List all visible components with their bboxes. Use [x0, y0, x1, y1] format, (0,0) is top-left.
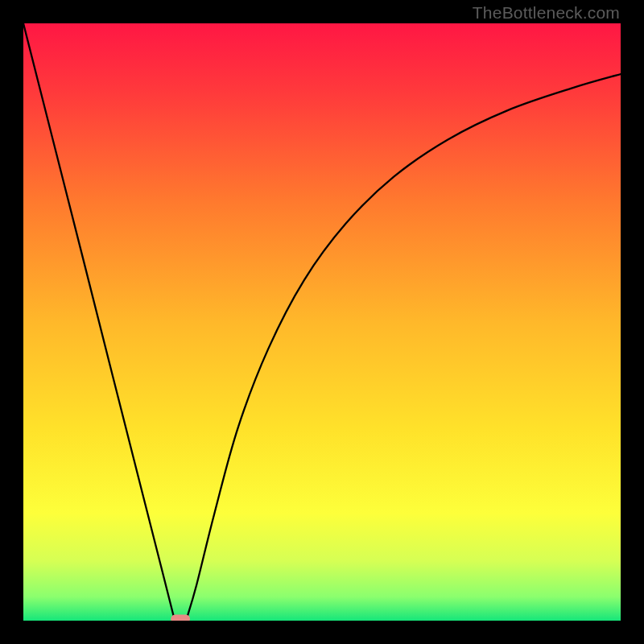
chart-frame: TheBottleneck.com [0, 0, 644, 644]
chart-svg [23, 23, 621, 621]
gradient-background [23, 23, 621, 621]
attribution-text: TheBottleneck.com [473, 3, 620, 23]
plot-area [23, 23, 621, 621]
minimum-marker [171, 615, 190, 621]
